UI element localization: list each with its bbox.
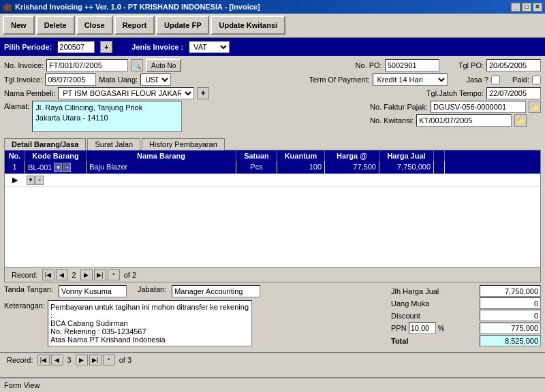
outer-of-label: of 3 bbox=[119, 356, 131, 364]
no-invoice-label: No. Invoice: bbox=[4, 61, 44, 69]
outer-record-label: Record: bbox=[7, 356, 33, 364]
no-faktur-row: No. Faktur Pajak: 📁 bbox=[370, 101, 541, 113]
title-bar-buttons[interactable]: _ □ ✕ bbox=[511, 3, 542, 12]
alamat-line1: Jl. Raya Cilincing, Tanjung Priok bbox=[35, 103, 178, 113]
term-of-payment-label: Term Of Payment: bbox=[309, 76, 370, 84]
col-harga-jual: Harga Jual bbox=[379, 150, 434, 161]
mata-uang-label: Mata Uang: bbox=[99, 76, 138, 84]
outer-new-button[interactable]: * bbox=[103, 355, 115, 365]
col-nama: Nama Barang bbox=[87, 150, 236, 161]
tab-content: No. Kode Barang Nama Barang Satuan Kuant… bbox=[4, 150, 541, 282]
search-invoice-button[interactable]: 🔍 bbox=[131, 59, 143, 71]
keterangan-line1: Pembayaran untuk tagihan ini mohon ditra… bbox=[50, 303, 249, 319]
col-satuan: Satuan bbox=[236, 150, 277, 161]
no-invoice-input[interactable] bbox=[46, 59, 128, 71]
ppn-value[interactable] bbox=[480, 323, 541, 334]
cell-satuan: Pcs bbox=[236, 161, 277, 174]
close-window-button[interactable]: ✕ bbox=[533, 3, 542, 12]
status-text: Form View bbox=[4, 381, 40, 389]
tab-detail[interactable]: Detail Barang/Jasa bbox=[4, 138, 86, 150]
ppn-percent: % bbox=[438, 324, 445, 332]
update-kwitansi-button[interactable]: Update Kwitansi bbox=[211, 16, 285, 35]
grid-header: No. Kode Barang Nama Barang Satuan Kuant… bbox=[5, 150, 540, 161]
kode-add[interactable]: + bbox=[63, 163, 71, 172]
form-row-3: Nama Pembeli: PT ISM BOGASARI FLOUR JAKA… bbox=[4, 87, 541, 99]
minimize-button[interactable]: _ bbox=[511, 3, 520, 12]
alamat-label: Alamat: bbox=[4, 102, 29, 110]
nama-pembeli-label: Nama Pembeli: bbox=[4, 89, 55, 97]
tgl-po-label: Tgl PO: bbox=[458, 61, 484, 69]
update-fp-button[interactable]: Update FP bbox=[156, 16, 209, 35]
ppn-label: PPN bbox=[391, 324, 407, 332]
inner-of-label: of 2 bbox=[124, 271, 136, 279]
summary-jlh: Jlh Harga Jual bbox=[391, 285, 541, 297]
period-next-button[interactable]: + bbox=[100, 41, 112, 53]
auto-no-button[interactable]: Auto No bbox=[146, 59, 181, 72]
add-pembeli-button[interactable]: + bbox=[197, 87, 209, 99]
inner-next-button[interactable]: ▶ bbox=[80, 270, 93, 280]
report-button[interactable]: Report bbox=[114, 16, 155, 35]
uang-muka-value[interactable] bbox=[480, 297, 541, 309]
tanda-tangan-label: Tanda Tangan: bbox=[4, 285, 53, 297]
discount-value[interactable] bbox=[480, 310, 541, 321]
nama-pembeli-select[interactable]: PT ISM BOGASARI FLOUR JAKARTA bbox=[58, 87, 194, 99]
maximize-button[interactable]: □ bbox=[522, 3, 531, 12]
outer-record-nav: Record: |◀ ◀ 3 ▶ ▶| * of 3 bbox=[0, 352, 545, 367]
inner-prev-button[interactable]: ◀ bbox=[56, 270, 68, 280]
jabatan-input[interactable] bbox=[172, 285, 260, 297]
no-faktur-input[interactable] bbox=[431, 101, 526, 113]
col-kode: Kode Barang bbox=[25, 150, 87, 161]
outer-prev-button[interactable]: ◀ bbox=[51, 355, 63, 365]
paid-checkbox[interactable] bbox=[532, 76, 541, 84]
close-button[interactable]: Close bbox=[76, 16, 113, 35]
tanda-tangan-input[interactable] bbox=[59, 285, 127, 297]
no-po-input[interactable] bbox=[385, 59, 439, 71]
jasa-checkbox[interactable] bbox=[491, 76, 500, 84]
empty-add[interactable]: + bbox=[35, 176, 44, 185]
alamat-line2: Jakarta Utara - 14110 bbox=[35, 113, 178, 123]
period-input[interactable] bbox=[57, 41, 95, 53]
grid-body: 1 BL-001 ▼ + Baju Blazer Pcs 100 77,500 … bbox=[5, 161, 540, 267]
tab-container: Detail Barang/Jasa Surat Jalan History P… bbox=[0, 137, 545, 282]
no-po-label: No. PO: bbox=[356, 61, 382, 69]
outer-next-button[interactable]: ▶ bbox=[76, 355, 88, 365]
inner-last-button[interactable]: ▶| bbox=[94, 270, 106, 280]
mata-uang-select[interactable]: USD bbox=[140, 74, 171, 86]
faktur-browse-button[interactable]: 📁 bbox=[529, 101, 541, 113]
alamat-box: Jl. Raya Cilincing, Tanjung Priok Jakart… bbox=[32, 101, 182, 132]
tab-surat-jalan[interactable]: Surat Jalan bbox=[87, 138, 140, 150]
outer-first-button[interactable]: |◀ bbox=[37, 355, 50, 365]
tgl-po-input[interactable] bbox=[486, 59, 541, 71]
kwitansi-browse-button[interactable]: 📁 bbox=[514, 114, 527, 127]
tab-history[interactable]: History Pembayaran bbox=[142, 138, 225, 150]
total-value[interactable] bbox=[480, 335, 541, 346]
table-row[interactable]: 1 BL-001 ▼ + Baju Blazer Pcs 100 77,500 … bbox=[5, 161, 540, 174]
keterangan-line4: Atas Nama PT Krishand Indonesia bbox=[50, 336, 249, 344]
cell-harga-jual: 7,750,000 bbox=[379, 161, 434, 174]
no-kwitansi-input[interactable] bbox=[416, 114, 512, 127]
tgl-invoice-input[interactable] bbox=[45, 74, 96, 86]
tgl-jatuh-tempo-input[interactable] bbox=[486, 87, 541, 99]
kode-dropdown[interactable]: ▼ bbox=[54, 163, 62, 172]
table-row-empty: ▶ ▼ + bbox=[5, 174, 540, 186]
inner-new-button[interactable]: * bbox=[108, 270, 120, 280]
jlh-value[interactable] bbox=[480, 285, 541, 297]
invoice-type-select[interactable]: VAT bbox=[189, 41, 230, 53]
delete-button[interactable]: Delete bbox=[36, 16, 75, 35]
term-of-payment-select[interactable]: Kredit 14 Hari bbox=[373, 74, 448, 86]
new-button[interactable]: New bbox=[3, 16, 35, 35]
ppn-rate[interactable] bbox=[409, 322, 436, 334]
period-bar: Pilih Periode: + Jenis Invoice : VAT bbox=[0, 38, 545, 56]
form-area: No. Invoice: 🔍 Auto No No. PO: Tgl PO: T… bbox=[0, 56, 545, 136]
discount-label: Discount bbox=[391, 312, 420, 320]
outer-last-button[interactable]: ▶| bbox=[89, 355, 102, 365]
empty-dropdown[interactable]: ▼ bbox=[27, 176, 35, 185]
tgl-jatuh-tempo-label: Tgl.Jatuh Tempo: bbox=[426, 89, 484, 97]
row-indicator: ▶ bbox=[5, 174, 25, 186]
summary-ppn: PPN % bbox=[391, 322, 541, 334]
no-faktur-label: No. Faktur Pajak: bbox=[370, 103, 428, 111]
inner-current: 2 bbox=[72, 271, 76, 279]
inner-record-nav: Record: |◀ ◀ 2 ▶ ▶| * of 2 bbox=[5, 267, 540, 282]
summary-total: Total bbox=[391, 335, 541, 346]
inner-first-button[interactable]: |◀ bbox=[42, 270, 54, 280]
